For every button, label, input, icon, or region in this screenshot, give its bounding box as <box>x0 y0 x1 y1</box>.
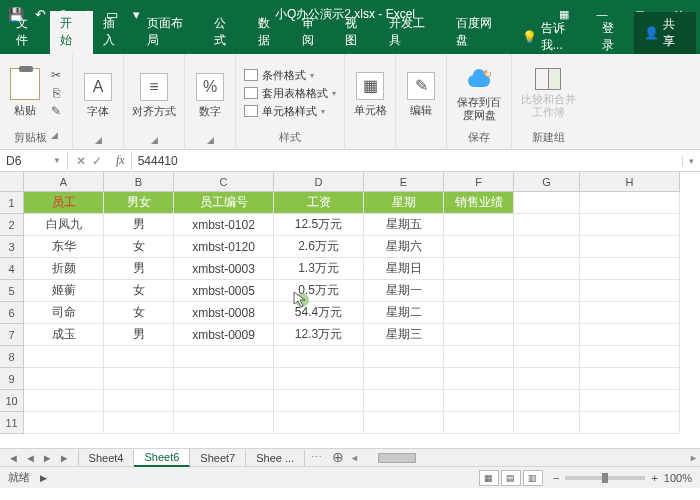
row-head-3[interactable]: 3 <box>0 236 24 258</box>
cell[interactable] <box>444 412 514 434</box>
cell[interactable] <box>364 368 444 390</box>
cell[interactable]: 星期六 <box>364 236 444 258</box>
cell[interactable]: 2.6万元 <box>274 236 364 258</box>
cell[interactable] <box>444 258 514 280</box>
cell[interactable] <box>104 390 174 412</box>
cell[interactable]: 员工 <box>24 192 104 214</box>
cell[interactable] <box>364 346 444 368</box>
cell[interactable] <box>580 302 680 324</box>
sheet-nav-2[interactable]: ► <box>42 452 53 464</box>
macro-record-icon[interactable]: ▶ <box>40 473 47 483</box>
ribbon-tab-0[interactable]: 文件 <box>6 11 50 54</box>
cell[interactable]: 星期 <box>364 192 444 214</box>
cell[interactable]: 女 <box>104 280 174 302</box>
cell[interactable]: 员工编号 <box>174 192 274 214</box>
cell[interactable]: 星期三 <box>364 324 444 346</box>
accept-formula-icon[interactable]: ✓ <box>92 154 102 168</box>
zoom-level[interactable]: 100% <box>664 472 692 484</box>
cell[interactable] <box>364 390 444 412</box>
tell-me[interactable]: 💡告诉我... <box>514 20 594 54</box>
cells-button[interactable]: ▦单元格 <box>353 72 387 118</box>
cell[interactable] <box>580 214 680 236</box>
cell[interactable]: xmbst-0005 <box>174 280 274 302</box>
share-button[interactable]: 👤 共享 <box>634 12 696 54</box>
conditional-format-button[interactable]: 条件格式▾ <box>244 68 336 83</box>
cell[interactable] <box>514 390 580 412</box>
col-head-G[interactable]: G <box>514 172 580 192</box>
view-normal-button[interactable]: ▦ <box>479 470 499 486</box>
cell[interactable]: 司命 <box>24 302 104 324</box>
cell[interactable]: 工资 <box>274 192 364 214</box>
cell[interactable]: 星期日 <box>364 258 444 280</box>
format-painter-icon[interactable]: ✎ <box>48 104 64 118</box>
row-head-7[interactable]: 7 <box>0 324 24 346</box>
ribbon-tab-5[interactable]: 数据 <box>248 11 292 54</box>
col-head-A[interactable]: A <box>24 172 104 192</box>
cell[interactable]: 12.5万元 <box>274 214 364 236</box>
cell[interactable] <box>24 390 104 412</box>
cell[interactable] <box>580 412 680 434</box>
cell[interactable] <box>104 346 174 368</box>
cell[interactable]: 0.5万元 <box>274 280 364 302</box>
number-button[interactable]: %数字 <box>193 73 227 119</box>
login-link[interactable]: 登录 <box>594 20 634 54</box>
formula-bar[interactable]: 544410 <box>131 152 682 170</box>
cell[interactable] <box>24 346 104 368</box>
row-head-11[interactable]: 11 <box>0 412 24 434</box>
row-head-2[interactable]: 2 <box>0 214 24 236</box>
cell[interactable] <box>274 368 364 390</box>
col-head-E[interactable]: E <box>364 172 444 192</box>
cell[interactable] <box>514 302 580 324</box>
hscroll-right-icon[interactable]: ► <box>689 453 698 463</box>
cell[interactable]: 成玉 <box>24 324 104 346</box>
cell[interactable] <box>174 390 274 412</box>
ribbon-tab-6[interactable]: 审阅 <box>292 11 336 54</box>
align-dialog-icon[interactable]: ◢ <box>151 135 158 145</box>
cell[interactable] <box>174 368 274 390</box>
col-head-D[interactable]: D <box>274 172 364 192</box>
add-sheet-button[interactable]: ⊕ <box>328 449 348 466</box>
row-head-8[interactable]: 8 <box>0 346 24 368</box>
zoom-slider[interactable] <box>565 476 645 480</box>
cell[interactable] <box>274 390 364 412</box>
cell[interactable]: 销售业绩 <box>444 192 514 214</box>
cell[interactable] <box>444 302 514 324</box>
cell[interactable]: 女 <box>104 302 174 324</box>
cell[interactable] <box>24 368 104 390</box>
cell[interactable]: xmbst-0102 <box>174 214 274 236</box>
cell[interactable] <box>444 368 514 390</box>
col-head-B[interactable]: B <box>104 172 174 192</box>
horizontal-scrollbar[interactable]: ◄ ► <box>348 449 700 466</box>
cell[interactable]: 12.3万元 <box>274 324 364 346</box>
cell[interactable] <box>444 390 514 412</box>
cell[interactable] <box>580 192 680 214</box>
cell[interactable] <box>514 368 580 390</box>
baidu-save-button[interactable]: ↻保存到百度网盘 <box>455 65 503 120</box>
hscroll-thumb[interactable] <box>378 453 416 463</box>
cell[interactable] <box>104 368 174 390</box>
cell[interactable]: 星期一 <box>364 280 444 302</box>
cell[interactable] <box>174 346 274 368</box>
row-head-6[interactable]: 6 <box>0 302 24 324</box>
fx-icon[interactable]: fx <box>110 153 131 168</box>
ribbon-tab-8[interactable]: 开发工具 <box>379 11 446 54</box>
sheet-nav-0[interactable]: ◄ <box>8 452 19 464</box>
row-head-4[interactable]: 4 <box>0 258 24 280</box>
select-all-corner[interactable] <box>0 172 24 192</box>
cell[interactable]: 男 <box>104 214 174 236</box>
cell[interactable] <box>514 280 580 302</box>
cell[interactable]: 54.4万元 <box>274 302 364 324</box>
col-head-C[interactable]: C <box>174 172 274 192</box>
row-head-1[interactable]: 1 <box>0 192 24 214</box>
cell[interactable] <box>514 214 580 236</box>
zoom-out-button[interactable]: − <box>553 472 559 484</box>
col-head-H[interactable]: H <box>580 172 680 192</box>
sheet-nav-1[interactable]: ◄ <box>25 452 36 464</box>
sheet-nav-3[interactable]: ► <box>59 452 70 464</box>
cell[interactable]: 白凤九 <box>24 214 104 236</box>
sheet-tab-1[interactable]: Sheet6 <box>134 449 190 467</box>
ribbon-tab-4[interactable]: 公式 <box>204 11 248 54</box>
cell[interactable] <box>514 324 580 346</box>
cell[interactable]: xmbst-0009 <box>174 324 274 346</box>
cell[interactable] <box>514 346 580 368</box>
